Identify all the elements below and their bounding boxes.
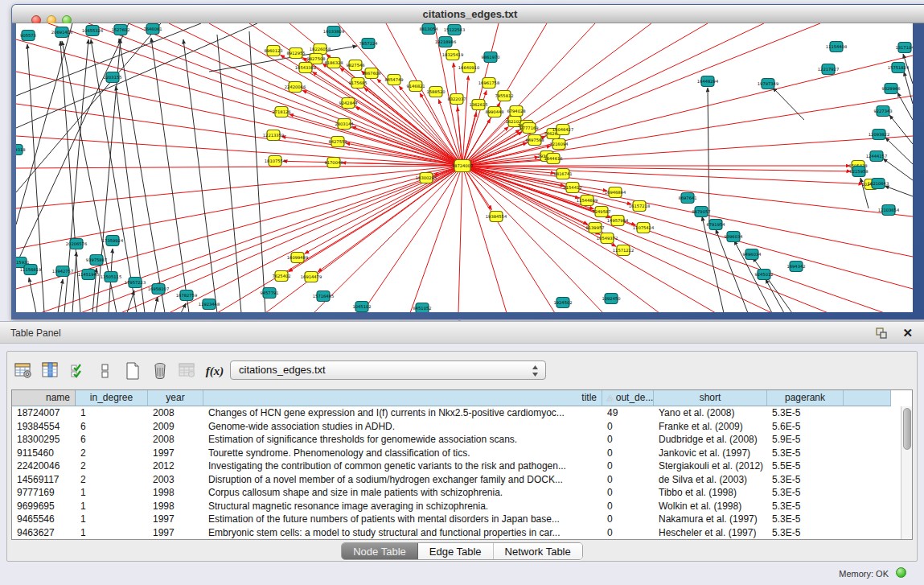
table-selector-dropdown[interactable]: citations_edges.txt [230, 360, 546, 380]
column-header-pagerank[interactable]: pagerank [767, 390, 844, 406]
column-header-in_degree[interactable]: in_degree [76, 390, 148, 406]
table-cell[interactable]: 1998 [148, 486, 203, 500]
table-cell[interactable]: 1 [76, 526, 148, 540]
table-cell[interactable]: 1998 [148, 500, 203, 513]
table-cell[interactable]: 5.3E-5 [767, 500, 844, 513]
table-cell[interactable]: 5.6E-5 [767, 420, 844, 434]
tab-edge-table[interactable]: Edge Table [418, 543, 494, 559]
table-row[interactable]: 911546021997Tourette syndrome. Phenomeno… [12, 447, 912, 460]
table-cell[interactable]: 0 [602, 486, 654, 500]
table-cell[interactable]: Nakamura et al. (1997) [654, 513, 767, 526]
table-cell[interactable]: Disruption of a novel member of a sodium… [203, 473, 602, 487]
table-cell[interactable]: 9465546 [12, 513, 76, 526]
citation-network-graph[interactable]: 8960123891295518226058982750816543382818… [16, 23, 913, 312]
table-cell[interactable]: 5.3E-5 [767, 473, 844, 487]
table-cell[interactable]: 9463627 [12, 526, 76, 540]
close-panel-icon[interactable]: ✕ [902, 326, 913, 340]
table-cell[interactable]: 0 [602, 420, 654, 434]
table-cell[interactable]: Stergiakouli et al. (2012) [654, 459, 767, 473]
float-panel-icon[interactable] [875, 327, 888, 340]
table-cell[interactable]: 2012 [148, 459, 203, 473]
table-cell[interactable]: 5.3E-5 [767, 406, 844, 420]
table-cell[interactable]: Wolkin et al. (1998) [654, 500, 767, 513]
table-cell[interactable]: 2009 [148, 420, 203, 434]
table-cell[interactable]: 5.3E-5 [767, 526, 844, 540]
tab-network-table[interactable]: Network Table [494, 543, 582, 559]
table-cell[interactable]: 22420046 [12, 459, 76, 473]
table-cell[interactable]: 2 [76, 473, 148, 487]
memory-status-icon[interactable] [896, 567, 906, 578]
table-cell[interactable]: 0 [602, 459, 654, 473]
table-scrollbar[interactable] [901, 406, 912, 539]
table-cell[interactable]: Structural magnetic resonance image aver… [203, 500, 602, 513]
table-cell[interactable]: Investigating the contribution of common… [203, 459, 602, 473]
table-cell[interactable]: Estimation of significance thresholds fo… [203, 433, 602, 447]
table-cell[interactable]: 1997 [148, 513, 203, 526]
table-row[interactable]: 1830029562008Estimation of significance … [12, 433, 912, 447]
table-cell[interactable]: 2003 [148, 473, 203, 487]
table-cell[interactable]: 49 [602, 406, 654, 420]
table-cell[interactable]: 1997 [148, 447, 203, 460]
table-cell[interactable]: Tourette syndrome. Phenomenology and cla… [203, 447, 602, 460]
table-cell[interactable]: 1 [76, 500, 148, 513]
table-cell[interactable]: 14569117 [12, 473, 76, 487]
table-row[interactable]: 977716911998Corpus callosum shape and si… [12, 486, 912, 500]
scrollbar-thumb[interactable] [903, 408, 911, 450]
tab-node-table[interactable]: Node Table [342, 543, 418, 559]
table-row[interactable]: 946554611997Estimation of the future num… [12, 513, 912, 526]
create-column-icon[interactable] [123, 361, 142, 381]
table-cell[interactable]: 5.3E-5 [767, 513, 844, 526]
table-cell[interactable]: 5.9E-5 [767, 433, 844, 447]
delete-table-icon[interactable] [178, 361, 197, 381]
table-cell[interactable]: 9699695 [12, 500, 76, 513]
network-window[interactable]: citations_edges.txt 89601238912955182260… [11, 4, 924, 319]
table-cell[interactable]: Corpus callosum shape and size in male p… [203, 486, 602, 500]
table-cell[interactable]: 18724007 [12, 406, 76, 420]
network-canvas[interactable]: 8960123891295518226058982750816543382818… [16, 23, 913, 312]
row-height-icon[interactable] [96, 361, 115, 381]
table-cell[interactable]: 1 [76, 513, 148, 526]
table-cell[interactable]: Changes of HCN gene expression and I(f) … [203, 406, 602, 420]
table-cell[interactable]: Tibbo et al. (1998) [654, 486, 767, 500]
table-row[interactable]: 946362711997Embryonic stem cells: a mode… [12, 526, 912, 540]
window-titlebar[interactable]: citations_edges.txt [12, 5, 924, 23]
table-cell[interactable]: 1 [76, 486, 148, 500]
column-header-out_de...[interactable]: △out_de... [602, 390, 654, 406]
table-cell[interactable]: 0 [602, 447, 654, 460]
show-columns-icon[interactable] [41, 361, 60, 381]
table-cell[interactable]: Yano et al. (2008) [654, 406, 767, 420]
column-header-short[interactable]: short [654, 390, 767, 406]
table-cell[interactable]: 5.3E-5 [767, 447, 844, 460]
table-cell[interactable]: de Silva et al. (2003) [654, 473, 767, 487]
table-cell[interactable]: Estimation of the future numbers of pati… [203, 513, 602, 526]
table-cell[interactable]: 0 [602, 500, 654, 513]
table-cell[interactable]: 19384554 [12, 420, 76, 434]
table-cell[interactable]: 2 [76, 459, 148, 473]
table-cell[interactable]: 6 [76, 433, 148, 447]
table-row[interactable]: 1938455462009Genome-wide association stu… [12, 420, 912, 434]
table-cell[interactable]: 5.5E-5 [767, 459, 844, 473]
table-cell[interactable]: 0 [602, 513, 654, 526]
table-cell[interactable]: 0 [602, 526, 654, 540]
column-header-name[interactable]: name [12, 390, 76, 406]
table-cell[interactable]: 1 [76, 406, 148, 420]
table-cell[interactable]: Dudbridge et al. (2008) [654, 433, 767, 447]
table-cell[interactable]: Franke et al. (2009) [654, 420, 767, 434]
table-cell[interactable]: 2 [76, 447, 148, 460]
table-cell[interactable]: 0 [602, 433, 654, 447]
table-cell[interactable]: 6 [76, 420, 148, 434]
table-row[interactable]: 2242004622012Investigating the contribut… [12, 459, 912, 473]
select-columns-icon[interactable] [68, 361, 88, 381]
table-cell[interactable]: Genome-wide association studies in ADHD. [203, 420, 602, 434]
column-header-title[interactable]: title [203, 390, 602, 406]
table-row[interactable]: 969969511998Structural magnetic resonanc… [12, 500, 912, 513]
delete-column-icon[interactable] [150, 361, 170, 381]
table-cell[interactable]: 0 [602, 473, 654, 487]
table-cell[interactable]: 9777169 [12, 486, 76, 500]
table-cell[interactable]: 1997 [148, 526, 203, 540]
table-cell[interactable]: Jankovic et al. (1997) [654, 447, 767, 460]
table-cell[interactable]: Embryonic stem cells: a model to study s… [203, 526, 602, 540]
table-row[interactable]: 1456911722003Disruption of a novel membe… [12, 473, 912, 487]
column-header-year[interactable]: year [148, 390, 203, 406]
table-cell[interactable]: Hescheler et al. (1997) [654, 526, 767, 540]
